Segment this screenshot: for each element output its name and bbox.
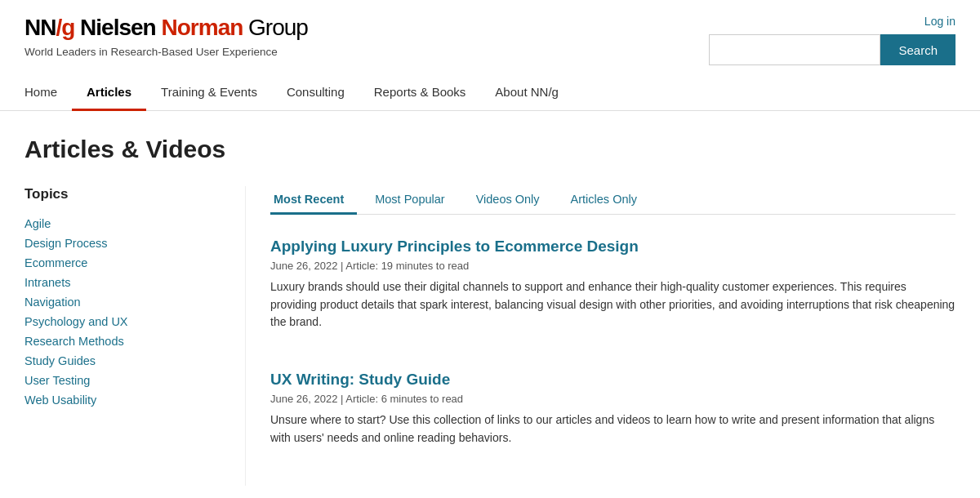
tab-most-recent[interactable]: Most Recent [270, 186, 357, 214]
search-bar: Search [709, 34, 956, 65]
search-input[interactable] [709, 34, 880, 65]
sidebar-topics-title: Topics [24, 186, 220, 202]
article-meta-1: June 26, 2022 | Article: 6 minutes to re… [270, 393, 956, 405]
sidebar-link-intranets[interactable]: Intranets [24, 273, 220, 292]
tab-most-popular[interactable]: Most Popular [372, 186, 457, 214]
page-content: Articles & Videos Topics Agile Design Pr… [0, 111, 980, 486]
sidebar-link-navigation[interactable]: Navigation [24, 292, 220, 312]
main-content: Most Recent Most Popular Videos Only Art… [245, 186, 956, 486]
logo-nielsen: Nielsen [74, 15, 161, 40]
login-link[interactable]: Log in [924, 15, 956, 28]
nav-item-home[interactable]: Home [24, 73, 72, 110]
nav-item-about[interactable]: About NN/g [480, 73, 573, 110]
header-right: Log in Search [709, 15, 956, 65]
logo-group: Group [243, 15, 308, 40]
nav-item-training[interactable]: Training & Events [146, 73, 272, 110]
sidebar-link-design-process[interactable]: Design Process [24, 233, 220, 253]
sidebar-link-study-guides[interactable]: Study Guides [24, 351, 220, 371]
logo-area: NN/g Nielsen Norman Group World Leaders … [24, 15, 308, 58]
logo-nn: NN [24, 15, 56, 40]
article-desc-0: Luxury brands should use their digital c… [270, 278, 956, 331]
tab-videos-only[interactable]: Videos Only [473, 186, 553, 214]
tab-articles-only[interactable]: Articles Only [568, 186, 650, 214]
page-title: Articles & Videos [24, 136, 956, 163]
article-title-1[interactable]: UX Writing: Study Guide [270, 371, 956, 389]
logo-norman: Norman [162, 15, 243, 40]
tagline: World Leaders in Research-Based User Exp… [24, 46, 308, 58]
logo-slash-g: /g [56, 15, 74, 40]
sidebar-link-user-testing[interactable]: User Testing [24, 371, 220, 390]
sidebar-link-ecommerce[interactable]: Ecommerce [24, 253, 220, 273]
sidebar-link-psychology-ux[interactable]: Psychology and UX [24, 312, 220, 331]
sidebar-link-research-methods[interactable]: Research Methods [24, 331, 220, 351]
article-item: Applying Luxury Principles to Ecommerce … [270, 238, 956, 348]
article-desc-1: Unsure where to start? Use this collecti… [270, 411, 956, 447]
logo: NN/g Nielsen Norman Group [24, 15, 308, 41]
nav-item-consulting[interactable]: Consulting [272, 73, 359, 110]
article-meta-0: June 26, 2022 | Article: 19 minutes to r… [270, 260, 956, 272]
sidebar-link-web-usability[interactable]: Web Usability [24, 390, 220, 410]
nav-item-articles[interactable]: Articles [72, 73, 146, 110]
article-item: UX Writing: Study Guide June 26, 2022 | … [270, 371, 956, 463]
nav-item-reports[interactable]: Reports & Books [359, 73, 481, 110]
two-column-layout: Topics Agile Design Process Ecommerce In… [24, 186, 956, 486]
article-tabs: Most Recent Most Popular Videos Only Art… [270, 186, 956, 215]
sidebar: Topics Agile Design Process Ecommerce In… [24, 186, 245, 486]
sidebar-link-agile[interactable]: Agile [24, 214, 220, 233]
search-button[interactable]: Search [880, 34, 956, 65]
header: NN/g Nielsen Norman Group World Leaders … [0, 0, 980, 65]
article-title-0[interactable]: Applying Luxury Principles to Ecommerce … [270, 238, 956, 256]
main-nav: Home Articles Training & Events Consulti… [0, 73, 980, 111]
